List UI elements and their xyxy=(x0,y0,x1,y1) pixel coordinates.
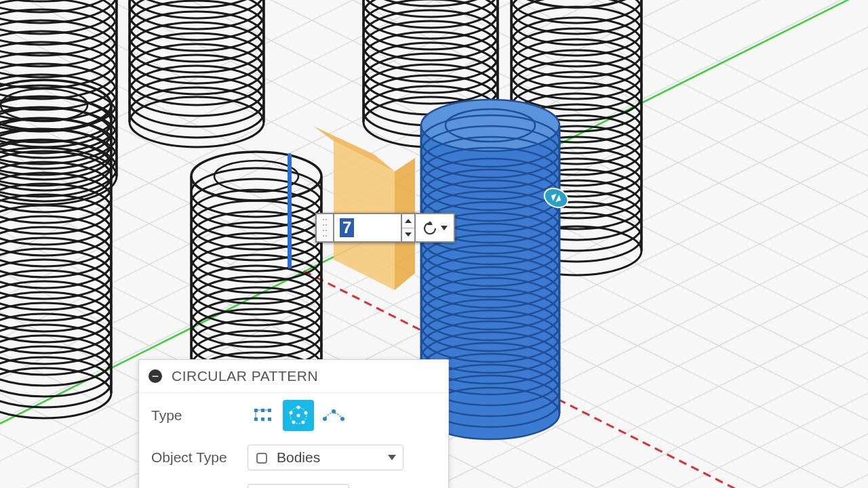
svg-point-173 xyxy=(0,195,111,245)
svg-point-268 xyxy=(304,411,308,415)
row-type: Type xyxy=(139,393,448,438)
spinner-down-button[interactable] xyxy=(402,228,414,242)
svg-point-177 xyxy=(0,238,111,288)
svg-point-273 xyxy=(323,417,327,421)
svg-point-142 xyxy=(511,39,642,88)
svg-point-188 xyxy=(0,357,111,407)
circular-pattern-panel: − CIRCULAR PATTERN Type xyxy=(138,359,449,488)
svg-point-201 xyxy=(191,244,321,293)
body-icon xyxy=(255,450,270,465)
svg-point-165 xyxy=(0,108,111,158)
object-type-label: Object Type xyxy=(151,449,239,466)
objects-selection[interactable]: 1 selected xyxy=(248,484,349,488)
type-label: Type xyxy=(151,407,239,424)
svg-point-274 xyxy=(332,409,336,413)
svg-point-174 xyxy=(0,205,111,256)
svg-point-189 xyxy=(0,368,111,418)
row-object-type: Object Type Bodies xyxy=(139,438,448,477)
svg-point-192 xyxy=(191,152,321,201)
svg-point-176 xyxy=(0,227,111,277)
svg-point-184 xyxy=(0,314,111,364)
distribution-dropdown[interactable] xyxy=(414,213,455,243)
quantity-input-widget[interactable]: 7 xyxy=(315,213,455,243)
svg-point-198 xyxy=(191,211,321,260)
svg-point-91 xyxy=(130,0,264,18)
object-type-dropdown[interactable]: Bodies xyxy=(248,445,403,470)
svg-point-139 xyxy=(511,7,642,56)
svg-point-118 xyxy=(363,0,498,6)
svg-point-59 xyxy=(0,0,117,56)
drag-grip-icon[interactable] xyxy=(315,213,333,243)
svg-point-200 xyxy=(191,233,321,282)
type-option-path[interactable] xyxy=(318,400,349,431)
svg-point-204 xyxy=(191,277,321,325)
full-circle-icon xyxy=(422,220,438,236)
quantity-value: 7 xyxy=(340,218,354,237)
type-option-circular[interactable] xyxy=(283,400,314,431)
svg-point-203 xyxy=(191,266,321,314)
svg-point-172 xyxy=(0,184,111,234)
svg-point-182 xyxy=(0,292,111,342)
svg-point-267 xyxy=(297,406,300,409)
svg-point-187 xyxy=(0,346,111,396)
viewport-canvas[interactable]: 7 − CIRCULAR PATTERN Type xyxy=(0,0,868,488)
circular-pattern-icon xyxy=(288,405,309,426)
svg-point-175 xyxy=(0,216,111,266)
clear-selection-button[interactable]: ✕ xyxy=(357,485,382,488)
svg-point-186 xyxy=(0,336,111,386)
svg-point-206 xyxy=(191,298,321,347)
svg-point-120 xyxy=(363,0,498,28)
panel-header: − CIRCULAR PATTERN xyxy=(139,360,448,393)
svg-point-272 xyxy=(297,414,300,418)
svg-point-193 xyxy=(214,161,298,192)
svg-point-168 xyxy=(0,140,111,190)
svg-point-199 xyxy=(191,222,321,271)
svg-point-169 xyxy=(0,151,111,201)
svg-point-163 xyxy=(1,89,87,121)
spinner-up-button[interactable] xyxy=(402,214,414,228)
pattern-instance[interactable] xyxy=(119,0,275,163)
svg-point-57 xyxy=(0,0,117,34)
svg-point-180 xyxy=(0,270,111,321)
svg-rect-276 xyxy=(257,453,267,463)
minus-icon: − xyxy=(152,370,159,382)
svg-point-167 xyxy=(0,129,111,180)
svg-point-181 xyxy=(0,281,111,331)
svg-point-196 xyxy=(191,190,321,239)
svg-point-202 xyxy=(191,255,321,304)
chevron-down-icon xyxy=(388,455,396,460)
svg-point-270 xyxy=(292,421,296,424)
svg-point-207 xyxy=(191,309,321,358)
svg-point-185 xyxy=(0,325,111,375)
axis-z-handle[interactable] xyxy=(288,153,292,268)
pattern-instance[interactable] xyxy=(0,68,122,434)
svg-point-92 xyxy=(130,0,264,29)
svg-point-119 xyxy=(363,0,498,17)
svg-point-205 xyxy=(191,287,321,336)
svg-point-197 xyxy=(191,201,321,249)
svg-rect-260 xyxy=(254,418,258,421)
svg-point-60 xyxy=(0,9,117,66)
quantity-spinner[interactable] xyxy=(401,213,414,243)
svg-rect-261 xyxy=(261,418,264,421)
svg-point-271 xyxy=(290,411,293,415)
svg-rect-259 xyxy=(268,409,271,412)
type-option-rectangular[interactable] xyxy=(248,400,279,431)
quantity-input[interactable]: 7 xyxy=(333,213,401,243)
collapse-button[interactable]: − xyxy=(149,369,162,383)
svg-point-179 xyxy=(0,260,111,310)
svg-point-141 xyxy=(511,28,642,77)
svg-point-170 xyxy=(0,162,111,212)
svg-point-269 xyxy=(302,421,305,424)
svg-point-195 xyxy=(191,179,321,228)
chevron-down-icon xyxy=(441,226,448,230)
svg-rect-262 xyxy=(268,418,271,421)
svg-point-178 xyxy=(0,249,111,299)
svg-point-166 xyxy=(0,119,111,169)
svg-rect-258 xyxy=(261,409,264,412)
svg-point-275 xyxy=(340,417,344,421)
row-objects: Objects 1 selected ✕ xyxy=(139,477,448,488)
path-pattern-icon xyxy=(322,407,345,424)
svg-rect-257 xyxy=(254,409,258,412)
svg-point-140 xyxy=(511,18,642,66)
